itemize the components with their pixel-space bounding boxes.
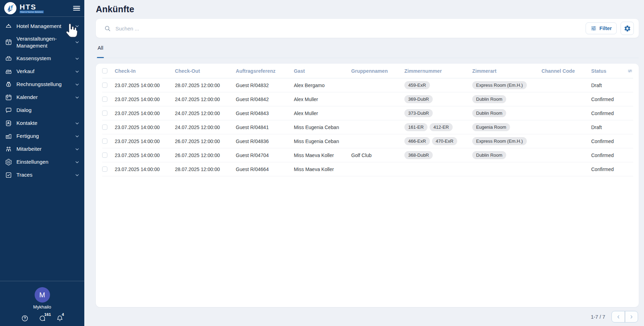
row-checkbox[interactable] <box>102 139 107 144</box>
col-header-zimmerart[interactable]: Zimmerart <box>472 68 542 74</box>
notifications-badge: 4 <box>62 312 64 317</box>
chevron-down-icon <box>75 56 79 61</box>
chevron-down-icon <box>75 82 79 87</box>
col-header-gruppennamen[interactable]: Gruppennamen <box>351 68 404 74</box>
room-type: Eugenia Room <box>472 123 542 131</box>
status-text: Confirmed <box>591 153 625 158</box>
col-header-gast[interactable]: Gast <box>294 68 351 74</box>
row-checkbox[interactable] <box>102 153 107 158</box>
check-out: 28.07.2025 12:00:00 <box>175 83 236 88</box>
sidebar-item-einstellungen[interactable]: Einstellungen <box>0 156 84 169</box>
avatar[interactable]: M <box>35 287 50 303</box>
tabs-bar: All <box>96 45 639 58</box>
arrivals-table: Check-InCheck-OutAuftragsreferenzGastGru… <box>96 64 639 307</box>
room-type: Express Room (Em.H.) <box>472 81 542 89</box>
row-checkbox[interactable] <box>102 97 107 102</box>
sidebar-item-fertigung[interactable]: Fertigung <box>0 130 84 143</box>
row-checkbox[interactable] <box>102 83 107 88</box>
col-header-check-out[interactable]: Check-Out <box>175 68 236 74</box>
sidebar-item-veranstaltungen-management[interactable]: Veranstaltungen-Management <box>0 33 84 52</box>
col-header-status[interactable]: Status <box>591 68 625 74</box>
check-in: 23.07.2025 14:00:00 <box>115 111 175 116</box>
chevron-down-icon <box>75 134 79 139</box>
sidebar-nav: Hotel Management Veranstaltungen-Managem… <box>0 17 84 182</box>
sidebar-item-hotel-management[interactable]: Hotel Management <box>0 20 84 33</box>
sidebar-item-verkauf[interactable]: Verkauf <box>0 65 84 78</box>
room-type-pill: Dublin Room <box>472 95 506 103</box>
user-name: Mykhailo <box>0 304 84 310</box>
column-settings-icon[interactable] <box>627 68 633 74</box>
sidebar-header: HTS Hotel & Tourism Solutions <box>0 0 84 17</box>
table-settings-gear-icon[interactable] <box>621 22 634 35</box>
sidebar-item-kontakte[interactable]: Kontakte <box>0 117 84 130</box>
room-type-pill: Dublin Room <box>472 109 506 117</box>
search-input[interactable] <box>115 26 586 31</box>
chevron-left-icon <box>616 314 621 319</box>
row-checkbox[interactable] <box>102 111 107 116</box>
col-header-channel-code[interactable]: Channel Code <box>542 68 591 74</box>
table-row[interactable]: 23.07.2025 14:00:0028.07.2025 12:00:00Gu… <box>102 78 633 92</box>
room-type: Dublin Room <box>472 151 542 159</box>
notifications-bell-icon[interactable]: 4 <box>56 315 63 322</box>
sidebar-item-kalender[interactable]: Kalender <box>0 91 84 104</box>
select-all-checkbox[interactable] <box>102 68 107 73</box>
status-text: Confirmed <box>591 166 625 172</box>
col-header-zimmernummer[interactable]: Zimmernummer <box>404 68 472 74</box>
sidebar-toggle-hamburger-icon[interactable] <box>73 4 80 13</box>
cash-register-icon <box>5 68 12 75</box>
status-text: Draft <box>591 125 625 130</box>
sidebar-item-kassensystem[interactable]: Kassensystem <box>0 52 84 65</box>
check-out: 24.07.2025 12:00:00 <box>175 97 236 102</box>
chevron-down-icon <box>75 160 79 164</box>
messages-icon[interactable]: 161 <box>39 315 46 322</box>
main-content: Ankünfte Filter All <box>84 0 644 326</box>
room-type-pill: Dublin Room <box>472 151 506 159</box>
room-number-pill: 373-DubR <box>404 109 433 117</box>
col-header-check-in[interactable]: Check-In <box>115 68 175 74</box>
next-page-button[interactable] <box>625 311 638 322</box>
chevron-down-icon <box>75 95 79 100</box>
table-row[interactable]: 23.07.2025 14:00:0026.07.2025 12:00:00Gu… <box>102 134 633 148</box>
status-text: Draft <box>591 83 625 88</box>
guest-name: Alex Bergamo <box>294 83 351 88</box>
room-number-pill: 412-ER <box>430 123 453 131</box>
check-out: 26.07.2025 12:00:00 <box>175 139 236 144</box>
table-row[interactable]: 23.07.2025 14:00:0028.07.2025 12:00:00Gu… <box>102 162 633 176</box>
row-checkbox[interactable] <box>102 166 107 172</box>
row-checkbox[interactable] <box>102 125 107 130</box>
table-row[interactable]: 23.07.2025 14:00:0024.07.2025 12:00:00Gu… <box>102 92 633 106</box>
tab-all[interactable]: All <box>97 45 104 58</box>
guest-name: Alex Muller <box>294 111 351 116</box>
check-in: 23.07.2025 14:00:00 <box>115 166 175 172</box>
help-icon[interactable] <box>21 315 28 322</box>
check-in: 23.07.2025 14:00:00 <box>115 83 175 88</box>
room-number-pill: 161-ER <box>404 123 427 131</box>
table-row[interactable]: 23.07.2025 14:00:0026.07.2025 12:00:00Gu… <box>102 148 633 162</box>
room-numbers: 466-ExR470-ExR <box>404 137 472 145</box>
filter-button[interactable]: Filter <box>586 22 617 34</box>
chevron-down-icon <box>75 173 79 177</box>
logo-text: HTS <box>20 3 44 10</box>
sidebar-item-mitarbeiter[interactable]: Mitarbeiter <box>0 143 84 156</box>
sidebar-item-rechnungsstellung[interactable]: $ Rechnungsstellung <box>0 78 84 91</box>
room-numbers: 373-DubR <box>404 109 472 117</box>
tune-icon <box>590 25 597 31</box>
check-in: 23.07.2025 14:00:00 <box>115 125 175 130</box>
group-name: Golf Club <box>351 153 404 158</box>
status-text: Confirmed <box>591 97 625 102</box>
order-reference: Guest R/04842 <box>236 97 294 102</box>
room-numbers: 161-ER412-ER <box>404 123 472 131</box>
room-type: Dublin Room <box>472 95 542 103</box>
sidebar-item-dialog[interactable]: Dialog <box>0 104 84 117</box>
room-number-pill: 369-DubR <box>404 95 433 103</box>
guest-name: Miss Eugenia Ceban <box>294 125 351 130</box>
col-header-auftragsreferenz[interactable]: Auftragsreferenz <box>236 68 294 74</box>
sidebar-item-traces[interactable]: Traces <box>0 169 84 182</box>
table-row[interactable]: 23.07.2025 14:00:0024.07.2025 12:00:00Gu… <box>102 120 633 134</box>
check-in: 23.07.2025 14:00:00 <box>115 153 175 158</box>
prev-page-button[interactable] <box>612 311 625 322</box>
chevron-down-icon <box>75 69 79 74</box>
table-row[interactable]: 23.07.2025 14:00:0024.07.2025 12:00:00Gu… <box>102 106 633 120</box>
app-logo[interactable]: HTS Hotel & Tourism Solutions <box>4 2 44 14</box>
order-reference: Guest R/04704 <box>236 153 294 158</box>
